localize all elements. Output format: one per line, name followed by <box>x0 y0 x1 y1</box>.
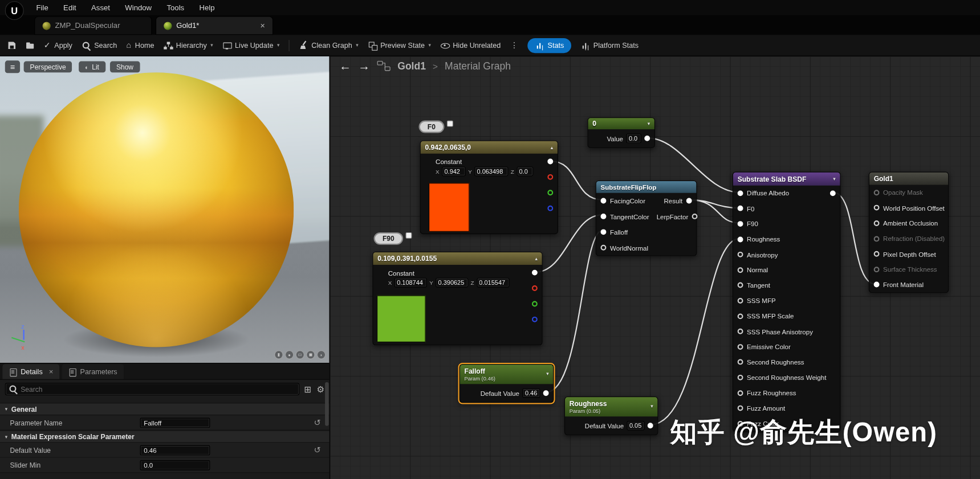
teapot-mesh-icon[interactable]: ◗ <box>317 350 326 359</box>
collapse-icon[interactable]: ▾ <box>546 371 548 376</box>
section-scalar-parameter[interactable]: ▾ Material Expression Scalar Parameter <box>0 430 330 443</box>
input-pin-tangent[interactable] <box>738 283 743 288</box>
tab-zmp-dualspecular[interactable]: ZMP_DualSpecular <box>34 17 152 35</box>
node-material-output-gold1[interactable]: Gold1 Opacity Mask World Position Offset… <box>869 172 949 293</box>
node-header[interactable]: 0.942,0.0635,0 ▴ <box>421 141 558 154</box>
input-pin-diffuse-albedo[interactable] <box>738 190 743 196</box>
menu-file[interactable]: File <box>36 3 48 11</box>
breadcrumb-page[interactable]: Material Graph <box>445 60 511 72</box>
named-reroute-f90[interactable]: F90 <box>374 232 412 245</box>
input-pin-f90[interactable] <box>738 221 743 227</box>
node-substrate-slab-bsdf[interactable]: Substrate Slab BSDF ▾ Diffuse Albedo F0 … <box>733 172 841 432</box>
output-pin-result[interactable] <box>686 198 692 204</box>
apply-button[interactable]: ✓ Apply <box>44 41 72 49</box>
tab-parameters[interactable]: Parameters <box>62 364 124 379</box>
input-pin-f0[interactable] <box>738 206 743 211</box>
value-input[interactable] <box>626 134 641 143</box>
node-roughness-param[interactable]: Roughness Param (0.05) ▾ Default Value <box>564 396 658 435</box>
node-header[interactable]: Substrate Slab BSDF ▾ <box>733 173 840 186</box>
node-header[interactable]: 0.109,0.391,0.0155 ▴ <box>373 252 542 265</box>
input-pin-facingcolor[interactable] <box>601 198 607 204</box>
node-header[interactable]: 0 ▾ <box>588 118 654 129</box>
output-pin[interactable] <box>644 136 650 141</box>
collapse-icon[interactable]: ▾ <box>648 121 650 126</box>
input-pin-sss-mfp[interactable] <box>738 298 743 304</box>
platform-stats-button[interactable]: Platform Stats <box>581 41 639 50</box>
tab-gold1[interactable]: Gold1* × <box>156 17 273 35</box>
color-swatch-orange[interactable] <box>429 183 469 232</box>
node-header[interactable]: Falloff Param (0.46) ▾ <box>460 365 553 384</box>
g-output-pin[interactable] <box>532 301 538 307</box>
b-output-pin[interactable] <box>532 317 538 322</box>
grid-view-icon[interactable]: ⊞ <box>304 384 312 394</box>
input-pin-opacity-mask[interactable] <box>874 190 880 195</box>
reset-to-default-icon[interactable]: ↺ <box>314 445 320 455</box>
clean-graph-button[interactable]: Clean Graph ▾ <box>299 41 358 50</box>
browse-to-asset-icon[interactable] <box>26 41 34 50</box>
input-pin-sss-mfp-scale[interactable] <box>738 313 743 319</box>
collapse-icon[interactable]: ▾ <box>833 176 835 182</box>
y-value-input[interactable] <box>436 278 468 287</box>
unreal-logo[interactable]: U <box>5 1 24 20</box>
search-button[interactable]: Search <box>82 41 117 50</box>
plane-mesh-icon[interactable]: ▭ <box>296 350 304 359</box>
bsdf-output-pin[interactable] <box>830 190 836 196</box>
z-value-input[interactable] <box>517 167 533 176</box>
input-pin-surface-thickness[interactable] <box>874 267 880 272</box>
reset-to-default-icon[interactable]: ↺ <box>314 418 320 427</box>
input-pin-fuzz-roughness[interactable] <box>738 390 743 396</box>
sphere-mesh-icon[interactable]: ● <box>285 350 294 359</box>
rgb-output-pin[interactable] <box>532 270 538 276</box>
node-header[interactable]: Gold1 <box>869 173 948 185</box>
menu-help[interactable]: Help <box>199 3 214 11</box>
node-falloff-param[interactable]: Falloff Param (0.46) ▾ Default Value <box>459 364 554 403</box>
input-pin-tangentcolor[interactable] <box>601 214 607 219</box>
overflow-menu-icon[interactable]: ⋮ <box>510 40 518 50</box>
rgb-output-pin[interactable] <box>547 159 553 165</box>
z-value-input[interactable] <box>477 278 509 287</box>
output-pin[interactable] <box>543 390 549 396</box>
forward-arrow-icon[interactable]: → <box>358 60 370 72</box>
reroute-pin[interactable] <box>405 232 412 239</box>
named-reroute-f0[interactable]: F0 <box>419 121 453 133</box>
preview-viewport[interactable]: ≡ Perspective ◐ Lit Show z x ▮ ● ▭ ◼ ◗ <box>0 56 330 363</box>
details-scrollbar[interactable] <box>325 382 329 426</box>
input-pin-second-roughness[interactable] <box>738 359 743 365</box>
close-icon[interactable]: × <box>49 367 54 376</box>
default-value-input[interactable] <box>523 388 540 398</box>
collapse-icon[interactable]: ▴ <box>551 145 553 150</box>
parameter-name-input[interactable] <box>140 417 210 428</box>
menu-edit[interactable]: Edit <box>63 3 76 11</box>
cube-mesh-icon[interactable]: ◼ <box>306 350 315 359</box>
input-pin-front-material[interactable] <box>874 282 880 288</box>
r-output-pin[interactable] <box>532 285 538 291</box>
input-pin-emissive-color[interactable] <box>738 344 743 350</box>
node-constant-f90[interactable]: 0.109,0.391,0.0155 ▴ Constant X Y Z <box>372 252 542 345</box>
input-pin-second-roughness-weight[interactable] <box>738 375 743 380</box>
input-pin-roughness[interactable] <box>738 236 743 242</box>
cylinder-mesh-icon[interactable]: ▮ <box>274 350 283 359</box>
show-button[interactable]: Show <box>110 61 140 72</box>
viewport-menu-icon[interactable]: ≡ <box>5 60 20 73</box>
details-search-input[interactable] <box>5 383 299 395</box>
hide-unrelated-button[interactable]: Hide Unrelated <box>440 41 501 50</box>
close-icon[interactable]: × <box>261 21 265 30</box>
color-swatch-green[interactable] <box>377 296 426 342</box>
input-pin-pixel-depth-offset[interactable] <box>874 251 880 257</box>
collapse-icon[interactable]: ▾ <box>650 403 653 409</box>
menu-window[interactable]: Window <box>125 3 152 11</box>
back-arrow-icon[interactable]: ← <box>339 60 351 72</box>
default-value-input[interactable] <box>140 445 210 455</box>
output-pin-lerpfactor[interactable] <box>692 214 698 219</box>
input-pin-fuzz-amount[interactable] <box>738 406 743 411</box>
input-pin-normal[interactable] <box>738 267 743 273</box>
r-output-pin[interactable] <box>547 174 553 180</box>
preview-state-button[interactable]: Preview State ▾ <box>368 41 431 50</box>
save-icon[interactable] <box>7 41 16 50</box>
menu-asset[interactable]: Asset <box>91 3 110 11</box>
slider-min-input[interactable] <box>140 460 210 470</box>
menu-tools[interactable]: Tools <box>166 3 184 11</box>
input-pin-ambient-occlusion[interactable] <box>874 220 880 226</box>
node-substrate-flipflop[interactable]: SubstrateFlipFlop FacingColor Result Tan… <box>596 181 697 256</box>
hierarchy-button[interactable]: Hierarchy ▾ <box>164 41 213 50</box>
